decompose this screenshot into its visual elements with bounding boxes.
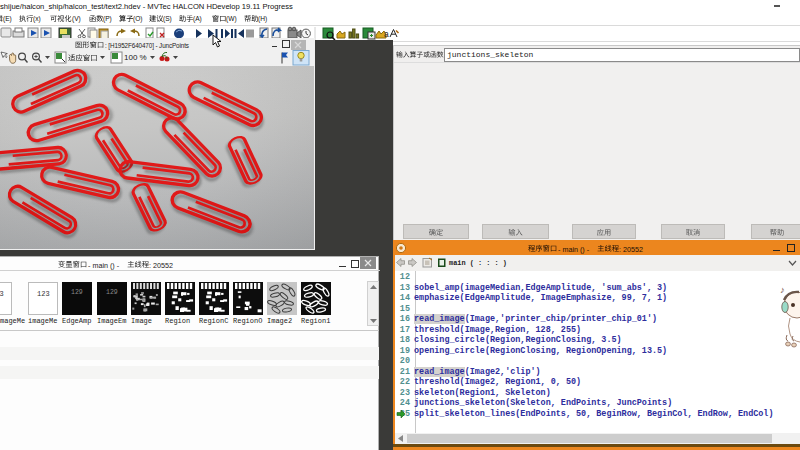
svg-text:a: a <box>384 29 389 39</box>
svg-text:♪: ♪ <box>780 284 785 295</box>
